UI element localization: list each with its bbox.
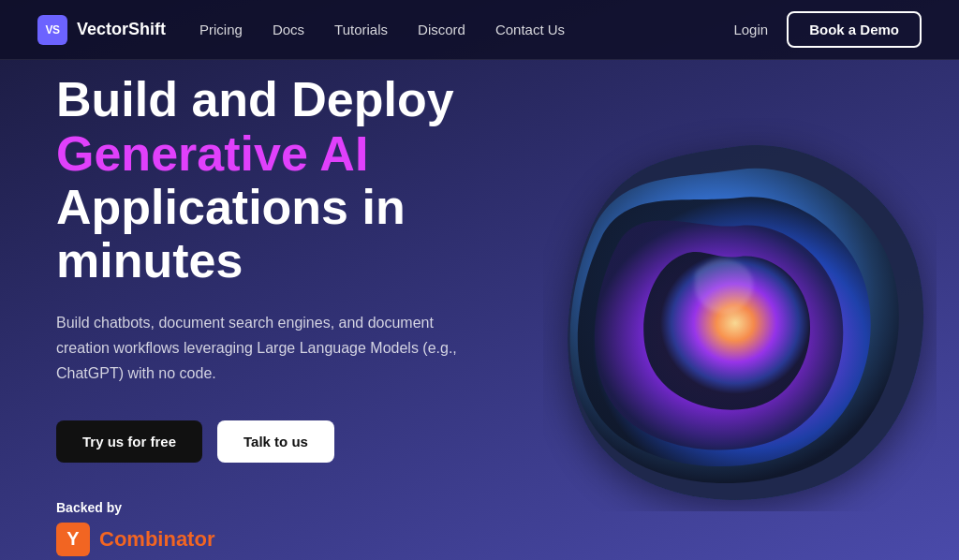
- blob-graphic: [543, 118, 937, 511]
- navbar: VS VectorShift Pricing Docs Tutorials Di…: [0, 0, 959, 60]
- nav-link-pricing[interactable]: Pricing: [199, 22, 243, 37]
- ycombinator-badge: Y Combinator: [56, 523, 543, 556]
- logo-text: VectorShift: [77, 20, 166, 39]
- login-link[interactable]: Login: [733, 22, 768, 37]
- backed-by-section: Backed by Y Combinator: [56, 500, 543, 556]
- try-free-button[interactable]: Try us for free: [56, 420, 202, 463]
- logo-badge: VS: [37, 15, 67, 45]
- backed-by-label: Backed by: [56, 500, 543, 515]
- talk-to-us-button[interactable]: Talk to us: [217, 420, 334, 463]
- nav-link-docs[interactable]: Docs: [273, 22, 304, 37]
- logo[interactable]: VS VectorShift: [37, 15, 166, 45]
- hero-section: Build and Deploy Generative AI Applicati…: [0, 60, 959, 560]
- hero-title-line3: minutes: [56, 233, 243, 287]
- nav-links: Pricing Docs Tutorials Discord Contact U…: [199, 22, 733, 37]
- hero-title-highlight: Generative AI: [56, 126, 368, 181]
- book-demo-button[interactable]: Book a Demo: [787, 11, 922, 48]
- nav-link-contact[interactable]: Contact Us: [495, 22, 565, 37]
- hero-subtitle: Build chatbots, document search engines,…: [56, 310, 459, 387]
- yc-logo-badge: Y: [56, 523, 90, 556]
- hero-title-line2: Applications in: [56, 180, 406, 234]
- hero-image: [543, 118, 937, 511]
- hero-title: Build and Deploy Generative AI Applicati…: [56, 73, 543, 287]
- yc-name: Combinator: [99, 527, 214, 552]
- nav-actions: Login Book a Demo: [733, 11, 922, 48]
- hero-title-line1: Build and Deploy: [56, 72, 454, 126]
- hero-buttons: Try us for free Talk to us: [56, 420, 543, 463]
- nav-link-discord[interactable]: Discord: [418, 22, 465, 37]
- hero-content: Build and Deploy Generative AI Applicati…: [56, 73, 543, 555]
- nav-link-tutorials[interactable]: Tutorials: [334, 22, 388, 37]
